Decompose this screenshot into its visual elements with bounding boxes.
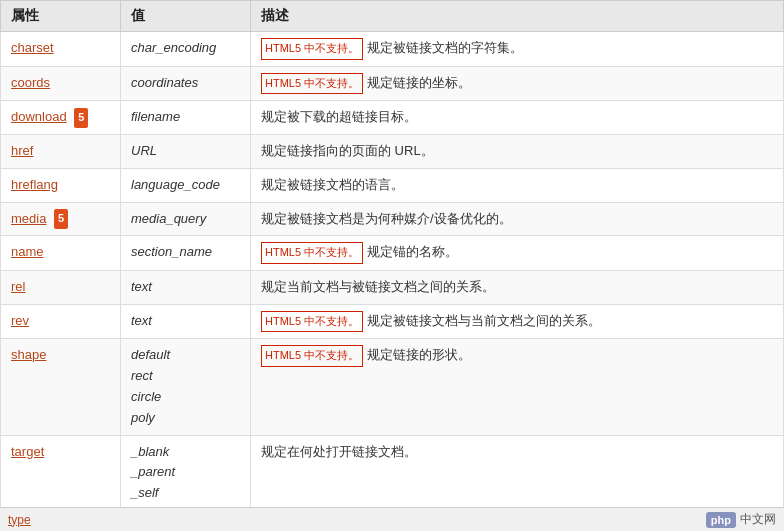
table-row-attr: shape [1,339,121,435]
attr-name-link[interactable]: rev [11,313,29,328]
html5-unsupported-badge: HTML5 中不支持。 [261,345,363,367]
value-text: coordinates [131,73,240,94]
table-row-attr: rev [1,304,121,339]
desc-text: 规定被链接文档与当前文档之间的关系。 [367,313,601,328]
table-row-desc: 规定链接指向的页面的 URL。 [251,134,784,168]
value-text: _parent [131,462,240,483]
value-text: rect [131,366,240,387]
table-row-desc: HTML5 中不支持。规定被链接文档的字符集。 [251,32,784,67]
footer-right: php 中文网 [706,511,776,528]
desc-text: 规定当前文档与被链接文档之间的关系。 [261,279,495,294]
table-row-value: text [121,270,251,304]
attr-name-link[interactable]: name [11,244,44,259]
attr-name-link[interactable]: href [11,143,33,158]
table-row-attr: media 5 [1,202,121,236]
desc-text: 规定被下载的超链接目标。 [261,109,417,124]
desc-text: 规定链接的坐标。 [367,75,471,90]
html5-unsupported-badge: HTML5 中不支持。 [261,38,363,60]
value-text: text [131,277,240,298]
html5-unsupported-badge: HTML5 中不支持。 [261,311,363,333]
attr-name-link[interactable]: media [11,211,46,226]
table-row-value: section_name [121,236,251,271]
table-row-desc: HTML5 中不支持。规定链接的坐标。 [251,66,784,101]
attr-name-link[interactable]: charset [11,40,54,55]
value-text: media_query [131,209,240,230]
value-text: URL [131,141,240,162]
attr-name-link[interactable]: shape [11,347,46,362]
html5-icon: 5 [74,108,88,128]
table-row-desc: HTML5 中不支持。规定被链接文档与当前文档之间的关系。 [251,304,784,339]
table-row-value: defaultrectcirclepoly [121,339,251,435]
desc-text: 规定在何处打开链接文档。 [261,444,417,459]
attr-name-link[interactable]: download [11,109,67,124]
value-text: poly [131,408,240,429]
table-row-attr: rel [1,270,121,304]
desc-text: 规定被链接文档是为何种媒介/设备优化的。 [261,211,512,226]
table-row-desc: 规定当前文档与被链接文档之间的关系。 [251,270,784,304]
table-row-desc: 规定被链接文档的语言。 [251,168,784,202]
attr-name-link[interactable]: coords [11,75,50,90]
table-row-desc: HTML5 中不支持。规定锚的名称。 [251,236,784,271]
value-text: _blank [131,442,240,463]
col-header-desc: 描述 [251,1,784,32]
table-row-value: coordinates [121,66,251,101]
value-text: _self [131,483,240,504]
table-row-value: char_encoding [121,32,251,67]
col-header-value: 值 [121,1,251,32]
value-text: char_encoding [131,38,240,59]
table-row-value: media_query [121,202,251,236]
value-text: section_name [131,242,240,263]
html5-unsupported-badge: HTML5 中不支持。 [261,242,363,264]
attr-name-link[interactable]: target [11,444,44,459]
table-row-attr: download 5 [1,101,121,135]
table-row-value: language_code [121,168,251,202]
value-text: filename [131,107,240,128]
php-logo: php [706,512,736,528]
table-row-attr: charset [1,32,121,67]
desc-text: 规定锚的名称。 [367,244,458,259]
html5-unsupported-badge: HTML5 中不支持。 [261,73,363,95]
desc-text: 规定链接指向的页面的 URL。 [261,143,434,158]
table-row-desc: HTML5 中不支持。规定链接的形状。 [251,339,784,435]
value-text: circle [131,387,240,408]
desc-text: 规定链接的形状。 [367,347,471,362]
html5-icon: 5 [54,209,68,229]
table-row-attr: name [1,236,121,271]
footer-bar: type php 中文网 [0,507,784,531]
value-text: default [131,345,240,366]
attr-name-link[interactable]: hreflang [11,177,58,192]
table-row-desc: 规定被链接文档是为何种媒介/设备优化的。 [251,202,784,236]
site-name: 中文网 [740,511,776,528]
table-row-attr: hreflang [1,168,121,202]
value-text: text [131,311,240,332]
table-row-attr: coords [1,66,121,101]
table-row-desc: 规定被下载的超链接目标。 [251,101,784,135]
value-text: language_code [131,175,240,196]
desc-text: 规定被链接文档的语言。 [261,177,404,192]
col-header-attr: 属性 [1,1,121,32]
attr-name-link[interactable]: rel [11,279,25,294]
table-row-attr: href [1,134,121,168]
desc-text: 规定被链接文档的字符集。 [367,40,523,55]
table-row-value: filename [121,101,251,135]
table-row-value: URL [121,134,251,168]
table-row-value: text [121,304,251,339]
footer-type-label: type [8,513,31,527]
